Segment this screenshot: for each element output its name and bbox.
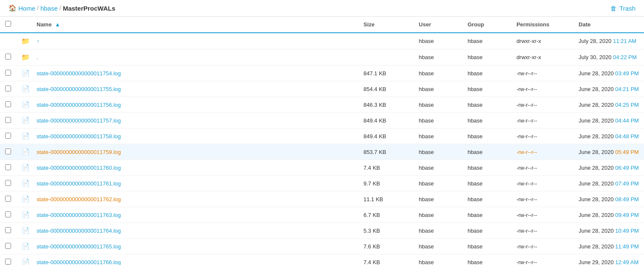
row-permissions: -rw-r--r-- bbox=[511, 128, 573, 144]
row-checkbox-cell bbox=[0, 33, 16, 49]
row-name: state-00000000000000011755.log bbox=[31, 81, 358, 97]
file-name-link[interactable]: . bbox=[37, 54, 38, 60]
row-name: ↑ bbox=[31, 33, 358, 49]
row-date: June 28, 2020 04:25 PM bbox=[573, 97, 644, 113]
row-checkbox[interactable] bbox=[5, 227, 11, 233]
table-row: 📄state-00000000000000011760.log7.4 KBhba… bbox=[0, 160, 644, 176]
file-name-link[interactable]: state-00000000000000011755.log bbox=[37, 86, 121, 92]
hbase-link[interactable]: hbase bbox=[40, 5, 58, 12]
row-checkbox[interactable] bbox=[5, 148, 11, 154]
header-date[interactable]: Date bbox=[573, 17, 644, 33]
file-icon: 📄 bbox=[22, 242, 30, 250]
row-checkbox[interactable] bbox=[5, 54, 11, 60]
row-user: hbase bbox=[414, 97, 463, 113]
trash-button[interactable]: 🗑 Trash bbox=[610, 5, 635, 12]
row-name: state-00000000000000011756.log bbox=[31, 97, 358, 113]
header-size[interactable]: Size bbox=[358, 17, 413, 33]
row-size: 849.4 KB bbox=[358, 128, 413, 144]
row-checkbox[interactable] bbox=[5, 259, 11, 265]
row-user: hbase bbox=[414, 160, 463, 176]
page-header: 🏠 Home / hbase / MasterProcWALs 🗑 Trash bbox=[0, 0, 644, 17]
home-link[interactable]: 🏠 Home bbox=[9, 4, 35, 12]
file-name-link[interactable]: state-00000000000000011757.log bbox=[37, 117, 121, 124]
header-user[interactable]: User bbox=[414, 17, 463, 33]
file-icon: 📄 bbox=[22, 101, 30, 108]
file-name-link[interactable]: ↑ bbox=[37, 38, 40, 44]
row-date: July 30, 2020 04:22 PM bbox=[573, 49, 644, 66]
row-checkbox-cell bbox=[0, 128, 16, 144]
row-checkbox-cell bbox=[0, 160, 16, 176]
header-name[interactable]: Name ▲ bbox=[31, 17, 358, 33]
file-name-link[interactable]: state-00000000000000011761.log bbox=[37, 180, 121, 187]
select-all-checkbox[interactable] bbox=[5, 21, 11, 27]
row-checkbox[interactable] bbox=[5, 180, 11, 186]
row-checkbox[interactable] bbox=[5, 117, 11, 123]
file-name-link[interactable]: state-00000000000000011754.log bbox=[37, 70, 121, 77]
row-permissions: drwxr-xr-x bbox=[511, 49, 573, 66]
row-permissions: -rw-r--r-- bbox=[511, 223, 573, 239]
row-checkbox[interactable] bbox=[5, 133, 11, 139]
row-time: 04:44 PM bbox=[615, 117, 639, 124]
row-checkbox[interactable] bbox=[5, 164, 11, 170]
row-permissions: -rw-r--r-- bbox=[511, 254, 573, 265]
header-group[interactable]: Group bbox=[462, 17, 511, 33]
row-time: 04:48 PM bbox=[615, 133, 639, 140]
file-name-link[interactable]: state-00000000000000011764.log bbox=[37, 228, 121, 234]
row-group: hbase bbox=[462, 191, 511, 207]
table-row: 📁↑hbasehbasedrwxr-xr-xJuly 28, 2020 11:2… bbox=[0, 33, 644, 49]
header-icon-cell bbox=[16, 17, 31, 33]
row-date: June 28, 2020 07:49 PM bbox=[573, 176, 644, 191]
row-group: hbase bbox=[462, 254, 511, 265]
row-checkbox[interactable] bbox=[5, 101, 11, 107]
row-checkbox[interactable] bbox=[5, 211, 11, 217]
row-date: June 28, 2020 11:49 PM bbox=[573, 239, 644, 254]
file-name-link[interactable]: state-00000000000000011756.log bbox=[37, 102, 121, 108]
row-time: 04:21 PM bbox=[615, 86, 639, 92]
row-checkbox[interactable] bbox=[5, 243, 11, 249]
file-name-link[interactable]: state-00000000000000011760.log bbox=[37, 165, 121, 171]
row-user: hbase bbox=[414, 144, 463, 160]
row-time: 10:49 PM bbox=[615, 228, 639, 234]
table-row: 📁.hbasehbasedrwxr-xr-xJuly 30, 2020 04:2… bbox=[0, 49, 644, 66]
file-name-link[interactable]: state-00000000000000011766.log bbox=[37, 259, 121, 265]
row-checkbox[interactable] bbox=[5, 70, 11, 76]
file-name-link[interactable]: state-00000000000000011762.log bbox=[37, 196, 121, 202]
row-checkbox[interactable] bbox=[5, 85, 11, 91]
row-group: hbase bbox=[462, 128, 511, 144]
file-icon: 📄 bbox=[22, 195, 30, 202]
row-group: hbase bbox=[462, 66, 511, 81]
row-date: June 28, 2020 09:49 PM bbox=[573, 207, 644, 223]
row-time: 06:49 PM bbox=[615, 165, 639, 171]
row-size: 9.7 KB bbox=[358, 176, 413, 191]
row-time: 03:49 PM bbox=[615, 70, 639, 77]
row-time: 11:49 PM bbox=[615, 243, 639, 250]
table-row: 📄state-00000000000000011762.log11.1 KBhb… bbox=[0, 191, 644, 207]
row-checkbox-cell bbox=[0, 113, 16, 128]
table-row: 📄state-00000000000000011756.log846.3 KBh… bbox=[0, 97, 644, 113]
header-permissions[interactable]: Permissions bbox=[511, 17, 573, 33]
row-checkbox-cell bbox=[0, 207, 16, 223]
file-name-link[interactable]: state-00000000000000011759.log bbox=[37, 149, 121, 155]
file-name-link[interactable]: state-00000000000000011763.log bbox=[37, 212, 121, 218]
row-icon-cell: 📄 bbox=[16, 239, 31, 254]
row-size: 854.4 KB bbox=[358, 81, 413, 97]
file-icon: 📄 bbox=[22, 132, 30, 140]
file-name-link[interactable]: state-00000000000000011765.log bbox=[37, 243, 121, 250]
file-name-link[interactable]: state-00000000000000011758.log bbox=[37, 133, 121, 140]
file-icon: 📄 bbox=[22, 69, 30, 77]
file-icon: 📄 bbox=[22, 148, 30, 155]
row-permissions: -rw-r--r-- bbox=[511, 160, 573, 176]
row-permissions: -rw-r--r-- bbox=[511, 113, 573, 128]
row-checkbox[interactable] bbox=[5, 196, 11, 202]
row-permissions: -rw-r--r-- bbox=[511, 97, 573, 113]
row-name: state-00000000000000011765.log bbox=[31, 239, 358, 254]
row-checkbox-cell bbox=[0, 49, 16, 66]
row-permissions: drwxr-xr-x bbox=[511, 33, 573, 49]
row-group: hbase bbox=[462, 160, 511, 176]
row-checkbox-cell bbox=[0, 144, 16, 160]
row-group: hbase bbox=[462, 207, 511, 223]
table-row: 📄state-00000000000000011765.log7.6 KBhba… bbox=[0, 239, 644, 254]
row-date: June 28, 2020 06:49 PM bbox=[573, 160, 644, 176]
row-name: state-00000000000000011757.log bbox=[31, 113, 358, 128]
row-icon-cell: 📄 bbox=[16, 144, 31, 160]
